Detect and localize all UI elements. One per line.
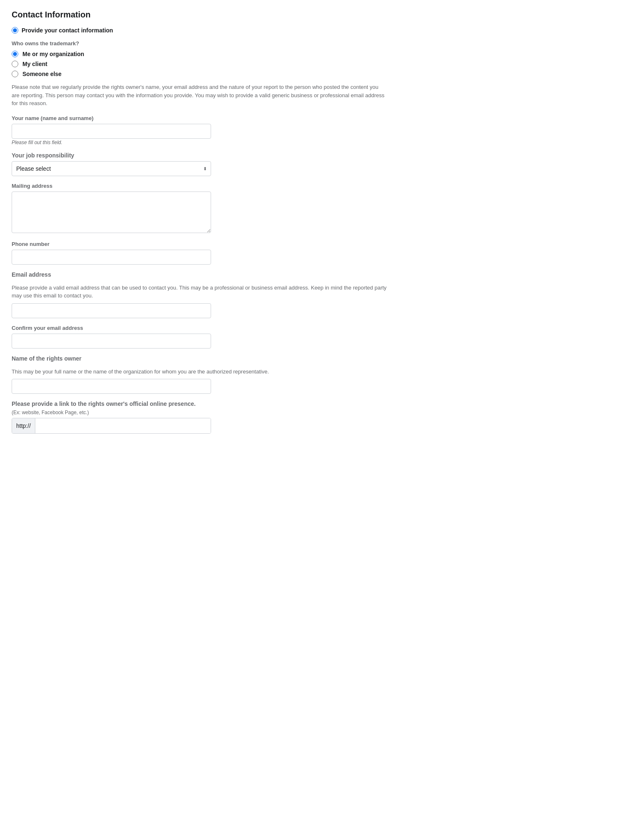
provide-contact-radio[interactable] xyxy=(12,27,18,34)
job-responsibility-label: Your job responsibility xyxy=(12,152,387,159)
online-presence-hint: (Ex: website, Facebook Page, etc.) xyxy=(12,410,387,415)
trademark-my-client-option[interactable]: My client xyxy=(12,61,387,67)
online-presence-prefix: http:// xyxy=(12,418,35,433)
page-title: Contact Information xyxy=(12,10,387,20)
job-responsibility-select-wrapper: Please select Legal Brand/Marketing Othe… xyxy=(12,161,211,176)
rights-owner-name-field-group: Name of the rights owner This may be you… xyxy=(12,355,387,394)
confirm-email-field-group: Confirm your email address xyxy=(12,325,387,349)
provide-contact-label[interactable]: Provide your contact information xyxy=(22,27,113,34)
provide-contact-radio-group: Provide your contact information xyxy=(12,27,387,34)
job-responsibility-field-group: Your job responsibility Please select Le… xyxy=(12,152,387,176)
your-name-field-group: Your name (name and surname) Please fill… xyxy=(12,115,387,145)
phone-number-label: Phone number xyxy=(12,241,387,247)
your-name-label: Your name (name and surname) xyxy=(12,115,387,121)
trademark-my-client-label[interactable]: My client xyxy=(22,61,47,67)
confirm-email-input[interactable] xyxy=(12,334,211,349)
online-presence-input[interactable] xyxy=(35,418,211,433)
trademark-owner-radio-group: Me or my organization My client Someone … xyxy=(12,51,387,77)
phone-number-field-group: Phone number xyxy=(12,241,387,265)
email-address-description: Please provide a valid email address tha… xyxy=(12,284,387,300)
mailing-address-field-group: Mailing address xyxy=(12,183,387,234)
email-address-label: Email address xyxy=(12,271,387,278)
online-presence-field-group: Please provide a link to the rights owne… xyxy=(12,400,387,434)
mailing-address-input[interactable] xyxy=(12,192,211,233)
rights-owner-name-input[interactable] xyxy=(12,379,211,394)
rights-owner-name-description: This may be your full name or the name o… xyxy=(12,368,387,376)
trademark-someone-else-option[interactable]: Someone else xyxy=(12,71,387,77)
phone-number-input[interactable] xyxy=(12,250,211,265)
your-name-input[interactable] xyxy=(12,124,211,139)
email-address-field-group: Email address Please provide a valid ema… xyxy=(12,271,387,318)
trademark-me-org-radio[interactable] xyxy=(12,51,18,57)
trademark-me-org-option[interactable]: Me or my organization xyxy=(12,51,387,57)
trademark-me-org-label[interactable]: Me or my organization xyxy=(22,51,84,57)
confirm-email-label: Confirm your email address xyxy=(12,325,387,331)
trademark-my-client-radio[interactable] xyxy=(12,61,18,67)
trademark-someone-else-radio[interactable] xyxy=(12,71,18,77)
trademark-owner-question: Who owns the trademark? xyxy=(12,40,387,47)
job-responsibility-select[interactable]: Please select Legal Brand/Marketing Othe… xyxy=(12,161,211,176)
online-presence-link-wrapper: http:// xyxy=(12,418,211,434)
info-paragraph: Please note that we regularly provide th… xyxy=(12,83,387,108)
provide-contact-option[interactable]: Provide your contact information xyxy=(12,27,387,34)
mailing-address-label: Mailing address xyxy=(12,183,387,189)
trademark-someone-else-label[interactable]: Someone else xyxy=(22,71,61,77)
online-presence-label: Please provide a link to the rights owne… xyxy=(12,400,387,407)
email-address-input[interactable] xyxy=(12,303,211,318)
rights-owner-name-label: Name of the rights owner xyxy=(12,355,387,362)
your-name-validation: Please fill out this field. xyxy=(12,140,387,145)
